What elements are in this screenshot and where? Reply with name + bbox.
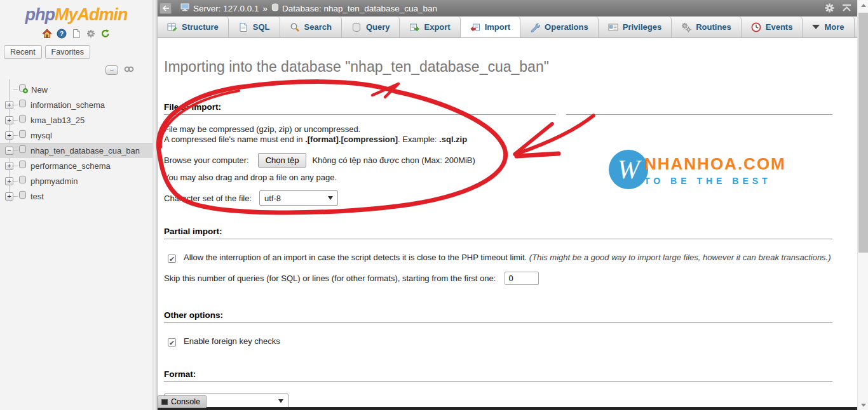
tab-export[interactable]: Export bbox=[400, 17, 460, 37]
recent-button[interactable]: Recent bbox=[4, 45, 42, 59]
server-icon bbox=[180, 3, 190, 13]
console-toggle[interactable]: Console bbox=[158, 395, 207, 408]
foreign-key-row: ✔Enable foreign key checks bbox=[164, 336, 832, 347]
allow-interrupt-checkbox[interactable]: ✔ bbox=[168, 255, 176, 263]
tab-structure[interactable]: Structure bbox=[158, 17, 229, 37]
database-icon bbox=[18, 190, 27, 202]
database-icon bbox=[18, 129, 27, 142]
main-panel: Server: 127.0.0.1 » Database: nhap_ten_d… bbox=[158, 0, 857, 410]
skip-queries-input[interactable] bbox=[505, 272, 539, 285]
rule-gap bbox=[556, 113, 566, 116]
phpmyadmin-logo: phpMyAdmin bbox=[0, 0, 153, 25]
sidebar-item-new-database[interactable]: New bbox=[5, 82, 153, 97]
database-icon bbox=[271, 3, 279, 14]
chevron-down-icon bbox=[812, 25, 820, 29]
nhanhoa-watermark: W NHANHOA.COM TO BE THE BEST bbox=[609, 150, 812, 190]
expand-plus-icon[interactable]: + bbox=[5, 101, 13, 109]
foreign-key-checkbox[interactable]: ✔ bbox=[168, 338, 176, 347]
charset-select[interactable]: utf-8 bbox=[259, 190, 338, 206]
watermark-subtitle: TO BE THE BEST bbox=[644, 176, 786, 186]
scroll-down-arrow[interactable] bbox=[858, 400, 868, 410]
database-icon bbox=[18, 160, 27, 172]
expand-plus-icon[interactable]: + bbox=[5, 162, 13, 170]
sidebar-item-test[interactable]: + test bbox=[5, 188, 153, 204]
file-status-text: Không có tệp nào được chọn (Max: 200MiB) bbox=[312, 155, 475, 165]
expand-plus-icon[interactable]: + bbox=[5, 131, 13, 140]
console-bar[interactable] bbox=[158, 407, 857, 410]
tree-stub bbox=[13, 89, 18, 90]
allow-interrupt-row: ✔Allow the interruption of an import in … bbox=[164, 252, 832, 263]
tab-more[interactable]: More bbox=[803, 17, 854, 37]
chevron-down-icon bbox=[278, 399, 283, 403]
back-button[interactable] bbox=[159, 3, 172, 14]
sidebar-resize-handle[interactable] bbox=[153, 0, 158, 410]
tab-import[interactable]: Import bbox=[461, 17, 520, 37]
section-heading-format: Format: bbox=[164, 369, 832, 382]
other-options-section: Other options: ✔Enable foreign key check… bbox=[164, 310, 832, 347]
svg-text:?: ? bbox=[60, 30, 64, 37]
tab-query[interactable]: Query bbox=[342, 17, 400, 37]
home-icon[interactable] bbox=[42, 29, 52, 39]
tab-events[interactable]: Events bbox=[742, 17, 803, 37]
operations-wrench-icon bbox=[530, 22, 540, 32]
expand-plus-icon[interactable]: + bbox=[5, 177, 13, 185]
refresh-icon[interactable] bbox=[100, 29, 111, 39]
tab-operations[interactable]: Operations bbox=[520, 17, 599, 37]
document-icon[interactable] bbox=[71, 29, 81, 39]
expand-plus-icon[interactable]: + bbox=[5, 116, 13, 124]
routines-gears-icon bbox=[681, 22, 691, 32]
query-database-icon bbox=[351, 22, 362, 32]
collapse-top-icon[interactable] bbox=[841, 3, 852, 15]
console-icon bbox=[161, 399, 168, 405]
sidebar-item-label: test bbox=[31, 192, 44, 201]
tree-spacer bbox=[5, 86, 13, 94]
partial-import-section: Partial import: ✔Allow the interruption … bbox=[164, 227, 832, 285]
sidebar-item-phpmyadmin[interactable]: + phpmyadmin bbox=[5, 173, 153, 188]
tree-stub bbox=[13, 196, 18, 197]
sidebar-item-label: information_schema bbox=[31, 100, 105, 110]
collapse-minus-icon[interactable]: − bbox=[5, 147, 13, 155]
search-icon bbox=[290, 22, 300, 32]
tab-routines[interactable]: Routines bbox=[672, 17, 742, 37]
database-new-icon bbox=[18, 84, 28, 96]
events-clock-icon bbox=[751, 22, 761, 32]
favorites-button[interactable]: Favorites bbox=[45, 45, 90, 59]
help-icon[interactable]: ? bbox=[57, 29, 67, 39]
section-heading-other: Other options: bbox=[164, 310, 832, 323]
breadcrumb-database-link[interactable]: Database: nhap_ten_database_cua_ban bbox=[282, 4, 437, 13]
skip-label: Skip this number of queries (for SQL) or… bbox=[164, 274, 496, 283]
privileges-card-icon bbox=[608, 22, 618, 32]
link-chain-icon[interactable] bbox=[123, 64, 135, 76]
sidebar-item-performance-schema[interactable]: + performance_schema bbox=[5, 158, 153, 173]
collapse-tree-button[interactable]: − bbox=[105, 65, 118, 75]
sidebar-item-mysql[interactable]: + mysql bbox=[5, 128, 153, 143]
tree-stub bbox=[13, 120, 18, 121]
export-icon bbox=[409, 22, 419, 32]
sidebar-item-label: kma_lab13_25 bbox=[31, 116, 85, 125]
settings-gear-icon[interactable] bbox=[86, 29, 96, 39]
sidebar-item-kma-lab13-25[interactable]: + kma_lab13_25 bbox=[5, 112, 153, 128]
tab-privileges[interactable]: Privileges bbox=[599, 17, 672, 37]
import-page-content: Importing into the database "nhap_ten_da… bbox=[158, 58, 857, 409]
scroll-up-arrow[interactable] bbox=[858, 0, 868, 10]
choose-file-button[interactable]: Chọn tệp bbox=[258, 153, 307, 168]
navigation-sidebar: phpMyAdmin ? Recent Favorites − New + in… bbox=[0, 0, 153, 410]
sidebar-item-label: nhap_ten_database_cua_ban bbox=[31, 146, 140, 155]
breadcrumb: Server: 127.0.0.1 » Database: nhap_ten_d… bbox=[158, 0, 857, 17]
tab-search[interactable]: Search bbox=[280, 17, 342, 37]
tree-stub bbox=[13, 135, 18, 136]
sidebar-item-nhap-ten-database-cua-ban[interactable]: − nhap_ten_database_cua_ban bbox=[0, 143, 153, 158]
charset-label: Character set of the file: bbox=[164, 194, 252, 203]
database-icon bbox=[18, 99, 27, 111]
tab-sql[interactable]: SQL bbox=[229, 17, 280, 37]
format-section: Format: SQL bbox=[164, 369, 832, 409]
breadcrumb-server-link[interactable]: Server: 127.0.0.1 bbox=[193, 4, 259, 13]
tree-stub bbox=[13, 105, 18, 105]
tree-stub bbox=[13, 181, 18, 182]
expand-plus-icon[interactable]: + bbox=[5, 192, 13, 201]
page-settings-gear-icon[interactable] bbox=[824, 3, 835, 15]
sidebar-item-information-schema[interactable]: + information_schema bbox=[5, 97, 153, 112]
scrollbar-thumb[interactable] bbox=[858, 13, 868, 253]
vertical-scrollbar[interactable] bbox=[857, 0, 868, 410]
browse-label: Browse your computer: bbox=[164, 155, 249, 165]
